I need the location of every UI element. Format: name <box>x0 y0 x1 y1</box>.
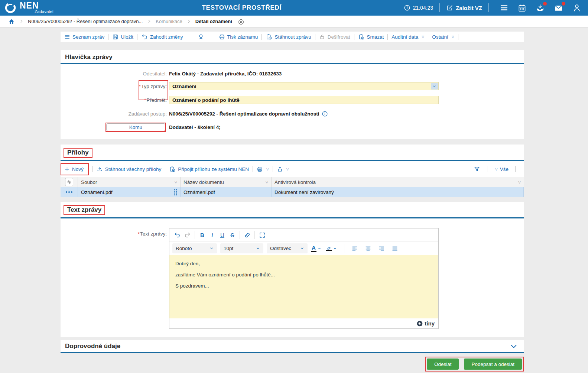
editor-align-right-button[interactable] <box>377 243 387 253</box>
delete-button[interactable]: Smazat <box>358 33 384 40</box>
editor-text-color-button[interactable]: A <box>311 244 323 252</box>
attach-from-nen-button[interactable]: Připojit přílohu ze systému NEN <box>169 166 249 172</box>
column-settings-button[interactable] <box>65 178 73 186</box>
row-menu-icon[interactable] <box>66 191 72 193</box>
editor-italic-button[interactable]: I <box>207 230 217 240</box>
section-title-prilohy: Přílohy <box>67 149 89 156</box>
editor-statusbar: tiny <box>169 318 438 328</box>
editor-font-select[interactable]: Roboto <box>172 243 217 253</box>
save-button[interactable]: Uložit <box>112 34 133 40</box>
column-header-soubor[interactable]: Soubor▽ <box>78 177 181 187</box>
print-attachments-button[interactable]: ▽ <box>257 166 269 172</box>
type-label: Typ zprávy: <box>141 84 167 89</box>
procedure-label: Zadávací postup: <box>61 111 169 117</box>
filter-arrow-icon[interactable]: ▽ <box>518 180 521 184</box>
procedure-field: Zadávací postup: N006/25/V00005292 - Řeš… <box>61 111 524 117</box>
audit-data-button[interactable]: Auditní data▽ <box>392 34 424 40</box>
message-list-button[interactable]: Seznam zpráv <box>64 34 104 40</box>
dropdown-arrow-icon: ▽ <box>266 167 269 171</box>
filter-arrow-icon[interactable]: ▽ <box>175 180 177 184</box>
editor-undo-button[interactable] <box>172 230 182 240</box>
attachment-file-name: Oznámení.pdf <box>81 189 113 195</box>
download-tray-icon <box>97 166 103 172</box>
editor-underline-button[interactable]: U <box>217 230 227 240</box>
editor-paragraph: Dobrý den, <box>175 261 432 266</box>
export-attachments-button[interactable]: ▽ <box>277 166 289 172</box>
breadcrumb-item-komunikace[interactable]: Komunikace <box>156 19 182 24</box>
attachment-antivirus-status: Dokument není zavirovaný <box>272 187 524 197</box>
dropdown-arrow-icon: ▽ <box>452 35 454 39</box>
chevron-down-icon <box>207 246 214 250</box>
clipboard-gear-icon <box>169 166 176 172</box>
calendar-button[interactable] <box>518 4 526 12</box>
home-icon[interactable] <box>8 18 15 25</box>
editor-highlight-button[interactable] <box>326 246 338 251</box>
info-icon[interactable] <box>322 111 328 117</box>
profile-button[interactable] <box>572 3 581 12</box>
other-button[interactable]: Ostatní▽ <box>432 34 454 40</box>
editor-align-justify-button[interactable] <box>390 243 400 253</box>
create-vz-button[interactable]: Založit VZ <box>446 4 482 12</box>
expand-chevron-icon[interactable] <box>510 342 518 350</box>
procedure-value: N006/25/V00005292 - Řešení optimalizace … <box>169 111 319 117</box>
compose-icon <box>446 4 453 12</box>
accompanying-section: Doprovodné údaje <box>61 340 524 353</box>
chevron-down-icon[interactable] <box>333 247 337 250</box>
download-all-attachments-button[interactable]: Stáhnout všechny přílohy <box>97 166 162 172</box>
certificate-button[interactable] <box>198 33 204 40</box>
editor-align-left-button[interactable] <box>350 243 360 253</box>
download-message-button[interactable]: Stáhnout zprávu <box>266 33 311 40</box>
editor-content-area[interactable]: Dobrý den, zasíláme Vám oznámení o podán… <box>169 255 438 318</box>
column-header-antivir[interactable]: Antivirová kontrola▽ <box>272 177 524 187</box>
decrypt-button[interactable]: Dešifrovat <box>319 34 350 40</box>
tiny-logo-icon[interactable] <box>417 321 423 327</box>
column-header-nazev[interactable]: Název dokumentu▽ <box>181 177 272 187</box>
attachment-doc-name: Oznámení.pdf <box>181 187 272 197</box>
new-attachment-button[interactable]: Nový <box>61 163 89 175</box>
breadcrumb-item-procedure[interactable]: N006/25/V00005292 - Řešení optimalizace … <box>28 19 143 24</box>
filter-all-button[interactable]: ▽ Vše <box>494 166 509 172</box>
editor-block-select[interactable]: Odstavec <box>267 243 308 253</box>
clipboard-download-icon <box>266 33 272 40</box>
undo-icon <box>141 33 148 40</box>
recipient-value: Dodavatel - školení 4; <box>169 124 221 130</box>
sender-value: Felix Okátý - Zadavatel příručka, IČO: 0… <box>169 71 282 77</box>
messages-button[interactable] <box>554 3 563 13</box>
editor-align-center-button[interactable] <box>363 243 373 253</box>
section-title-doprovodne: Doprovodné údaje <box>65 343 120 350</box>
dropdown-arrow-icon: ▽ <box>422 35 424 39</box>
chevron-down-icon[interactable] <box>431 83 438 90</box>
print-record-button[interactable]: Tisk záznamu <box>219 34 258 40</box>
close-tab-icon[interactable] <box>238 19 244 25</box>
filter-icon[interactable] <box>474 166 480 172</box>
send-button[interactable]: Odeslat <box>427 359 459 370</box>
editor-fontsize-select[interactable]: 10pt <box>220 243 263 253</box>
table-row[interactable]: Oznámení.pdf Oznámení.pdf Dokument není … <box>61 187 524 197</box>
editor-toolbar-row1: B I U S <box>169 228 438 242</box>
rich-text-editor: B I U S Roboto 10pt <box>169 228 439 329</box>
tiny-brand-text[interactable]: tiny <box>425 320 435 327</box>
plus-icon <box>64 166 70 172</box>
command-toolbar: Seznam zpráv Uložit Zahodit změny Tisk z… <box>61 32 524 42</box>
downloads-button[interactable] <box>536 3 545 12</box>
sign-and-send-button[interactable]: Podepsat a odeslat <box>464 359 522 370</box>
recipient-button[interactable]: Komu <box>106 123 165 131</box>
drag-handle-icon[interactable] <box>174 189 177 195</box>
sender-label: Odesílatel: <box>61 71 169 77</box>
editor-strikethrough-button[interactable]: S <box>227 230 237 240</box>
subject-input[interactable]: Oznámení o podání po lhůtě <box>169 96 439 104</box>
discard-changes-button[interactable]: Zahodit změny <box>141 33 183 40</box>
message-type-select[interactable]: Oznámení <box>169 82 439 90</box>
menu-button[interactable] <box>500 3 509 12</box>
chevron-right-icon <box>147 19 152 24</box>
subject-field: *Předmět: Oznámení o podání po lhůtě <box>61 96 524 104</box>
editor-redo-button[interactable] <box>182 230 192 240</box>
filter-arrow-icon[interactable]: ▽ <box>266 180 268 184</box>
chevron-down-icon[interactable] <box>318 247 321 250</box>
export-icon <box>277 166 283 172</box>
nen-brand[interactable]: NEN Zadavatel <box>4 1 80 14</box>
editor-link-button[interactable] <box>242 230 252 240</box>
editor-fullscreen-button[interactable] <box>257 230 267 240</box>
editor-bold-button[interactable]: B <box>197 230 207 240</box>
session-time: 21:04:23 <box>413 5 433 11</box>
